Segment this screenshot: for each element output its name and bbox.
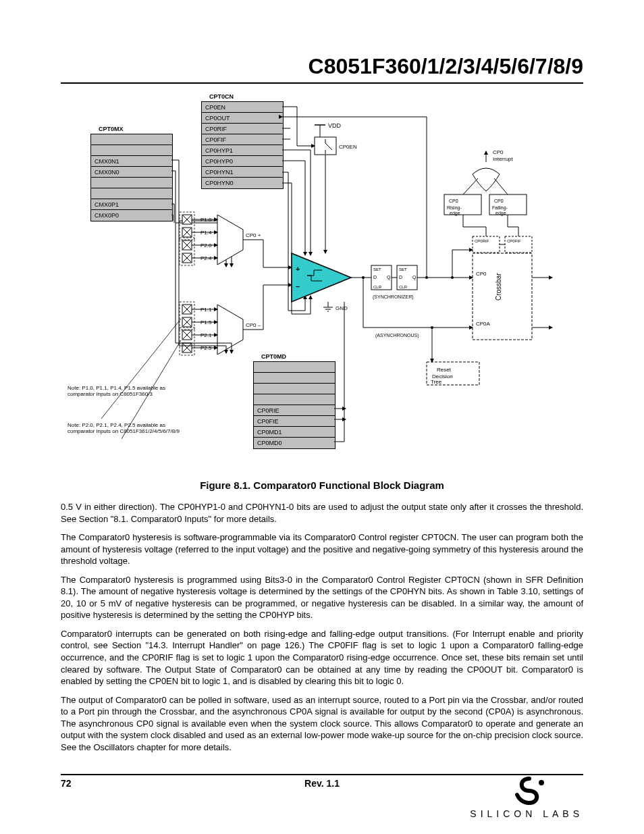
svg-point-145 [451, 276, 454, 279]
svg-text:CP0FIF: CP0FIF [507, 239, 521, 243]
svg-text:+: + [296, 265, 300, 273]
svg-text:CP0: CP0 [449, 199, 458, 203]
svg-text:CP0: CP0 [494, 199, 504, 203]
svg-text:Rising-: Rising- [447, 205, 462, 211]
svg-text:CP0RIF: CP0RIF [475, 239, 489, 243]
svg-text:CLR: CLR [373, 285, 382, 289]
svg-marker-59 [217, 215, 243, 265]
svg-text:SET: SET [399, 267, 407, 271]
logo-text: SILICON LABS [470, 808, 583, 819]
footer-rule [61, 774, 583, 775]
svg-text:GND: GND [336, 305, 348, 311]
note-mux-1: Note: P1.0, P1.1, P1.4, P1.5 available a… [68, 385, 176, 397]
svg-text:(ASYNCHRONOUS): (ASYNCHRONOUS) [375, 333, 419, 338]
svg-text:CP0: CP0 [493, 149, 504, 155]
svg-text:Crossbar: Crossbar [495, 273, 502, 301]
svg-text:CP0 –: CP0 – [246, 322, 261, 328]
svg-text:CP0: CP0 [476, 271, 487, 277]
svg-text:Q: Q [387, 275, 391, 280]
svg-text:CP0 +: CP0 + [246, 232, 261, 238]
svg-text:CP0EN: CP0EN [339, 144, 357, 150]
svg-text:edge: edge [495, 211, 506, 216]
svg-line-169 [101, 319, 181, 419]
figure-caption: Figure 8.1. Comparator0 Functional Block… [61, 479, 583, 491]
diagram-svg: VDD CP0EN [0, 0, 644, 486]
svg-text:(SYNCHRONIZER): (SYNCHRONIZER) [373, 294, 414, 300]
svg-point-171 [539, 780, 544, 785]
note-mux-2: Note: P2.0, P2.1, P2.4, P2.5 available a… [68, 422, 182, 434]
p2: The Comparator0 hysteresis is software-p… [61, 532, 459, 542]
svg-text:edge: edge [450, 211, 460, 216]
svg-text:VDD: VDD [328, 122, 342, 129]
svg-text:Q: Q [412, 275, 417, 280]
svg-text:Interrupt: Interrupt [493, 156, 514, 162]
svg-text:SET: SET [373, 267, 381, 271]
svg-text:D: D [399, 275, 402, 280]
p4d: Table 3.10 [497, 586, 537, 596]
p5b: Section "14.3. Interrupt Handler" on pag… [112, 640, 300, 650]
svg-line-161 [494, 178, 508, 194]
svg-line-160 [463, 178, 478, 194]
p1b: Section "8.1. Comparator0 Inputs" for mo… [79, 514, 277, 524]
svg-text:Tree: Tree [431, 379, 442, 385]
svg-marker-86 [217, 305, 243, 355]
p4: The Comparator0 hysteresis is programmed… [61, 575, 526, 585]
svg-text:Falling-: Falling- [492, 205, 508, 211]
svg-text:D: D [373, 275, 377, 280]
svg-text:CP0A: CP0A [476, 321, 491, 327]
svg-marker-99 [292, 253, 351, 302]
svg-text:Reset: Reset [437, 367, 452, 373]
logo: SILICON LABS [470, 776, 583, 819]
svg-text:CLR: CLR [399, 285, 408, 289]
body-text: 0.5 V in either direction). The CP0HYP1-… [61, 501, 583, 753]
p4c: ). The amount of negative hysteresis vol… [73, 586, 497, 596]
svg-text:–: – [296, 282, 300, 290]
p6: The output of Comparator0 can be polled … [61, 695, 583, 752]
